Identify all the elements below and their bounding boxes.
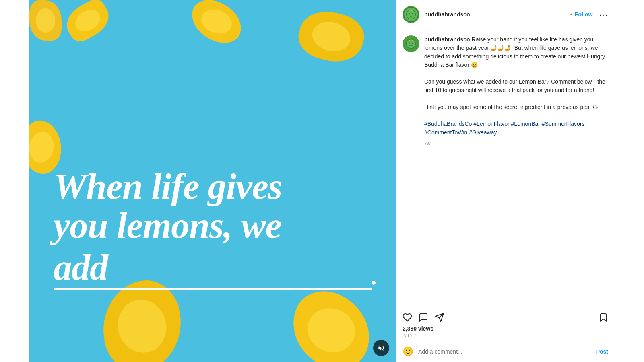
comment-box: 🙂 Post — [396, 341, 615, 362]
svg-point-8 — [412, 43, 413, 44]
svg-point-2 — [412, 13, 413, 15]
caption-avatar[interactable] — [402, 35, 419, 52]
svg-point-1 — [409, 13, 411, 15]
svg-point-7 — [409, 43, 411, 44]
caption-hashtags[interactable]: #BuddhaBrandsCo #LemonFlavor #LemonBar #… — [424, 121, 584, 136]
caption-time: 7w — [424, 140, 608, 147]
lemon-decor — [294, 5, 369, 68]
caption-row: buddhabrandscoRaise your hand if you fee… — [402, 35, 608, 147]
post-container: When life gives you lemons, we add — [29, 0, 615, 362]
svg-point-10 — [409, 40, 410, 41]
header-separator: • — [570, 11, 572, 18]
bookmark-icon — [599, 313, 608, 322]
image-text-line2: you lemons, we — [54, 205, 281, 246]
image-overlay-text: When life gives you lemons, we add — [54, 167, 372, 290]
lemon-decor — [186, 0, 248, 48]
comment-button[interactable] — [419, 313, 428, 322]
post-header: buddhabrandsco • Follow ··· — [396, 0, 615, 29]
bookmark-button[interactable] — [599, 313, 608, 322]
svg-point-6 — [407, 39, 416, 49]
svg-point-3 — [411, 10, 412, 11]
image-text-line3: add — [54, 248, 372, 290]
post-actions-bar — [396, 309, 615, 324]
mute-button[interactable] — [373, 340, 389, 356]
caption-buddha-icon — [405, 38, 417, 49]
like-button[interactable] — [402, 313, 412, 322]
share-button[interactable] — [435, 313, 444, 322]
follow-button[interactable]: Follow — [575, 11, 592, 18]
post-date: JULY 7 — [396, 333, 615, 341]
post-views: 2,380 views — [396, 324, 615, 333]
svg-point-5 — [412, 10, 413, 11]
caption-body-2: Can you guess what we added to our Lemon… — [424, 78, 605, 93]
svg-point-4 — [409, 10, 410, 11]
caption-hint: Hint: you may spot some of the secret in… — [424, 104, 599, 110]
emoji-picker-button[interactable]: 🙂 — [402, 346, 413, 357]
lemon-decor — [281, 282, 382, 362]
svg-point-9 — [411, 39, 412, 41]
post-caption-area: buddhabrandscoRaise your hand if you fee… — [396, 29, 615, 309]
share-icon — [435, 313, 444, 322]
profile-avatar[interactable] — [402, 6, 419, 23]
lemon-decor — [29, 0, 62, 41]
heart-icon — [402, 313, 412, 322]
buddha-face-icon — [405, 9, 417, 20]
comment-icon — [419, 313, 428, 322]
comment-input[interactable] — [418, 348, 591, 355]
caption-text-block: buddhabrandscoRaise your hand if you fee… — [424, 35, 608, 147]
header-username[interactable]: buddhabrandsco — [424, 11, 568, 18]
caption-username[interactable]: buddhabrandsco — [424, 36, 470, 43]
svg-point-11 — [412, 40, 413, 41]
caption-ellipsis: ... — [424, 112, 429, 119]
mute-icon — [378, 344, 385, 352]
more-options-button[interactable]: ··· — [599, 10, 608, 19]
post-image: When life gives you lemons, we add — [29, 0, 396, 362]
post-comment-button[interactable]: Post — [596, 348, 608, 355]
svg-point-0 — [407, 10, 416, 19]
image-text-line1: When life gives — [54, 166, 282, 207]
lemon-decor — [60, 0, 115, 45]
post-info-side: buddhabrandsco • Follow ··· — [396, 0, 615, 362]
